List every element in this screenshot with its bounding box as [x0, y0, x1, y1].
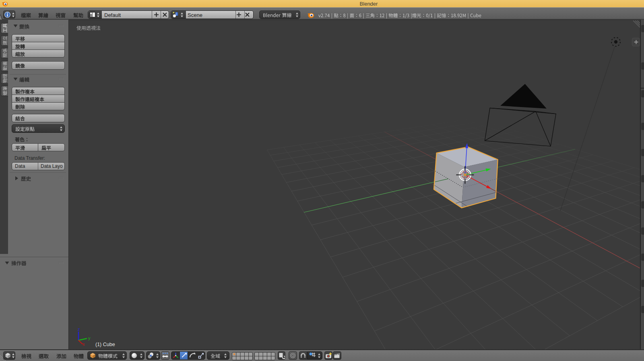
svg-text:z: z	[78, 327, 80, 332]
svg-text:x: x	[83, 342, 85, 346]
svg-text:y: y	[88, 336, 91, 340]
